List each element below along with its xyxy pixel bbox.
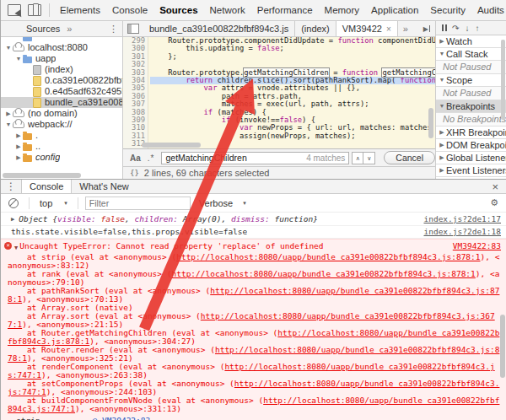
- disclosure-closed-icon[interactable]: ▶: [14, 152, 23, 163]
- section-event-listeners[interactable]: ▶Event Listeners: [436, 164, 506, 177]
- tree-item-webpack[interactable]: ▼webpack://: [1, 119, 122, 130]
- match-case-toggle[interactable]: Aa: [130, 153, 141, 163]
- stack-link[interactable]: http://localhost:8080/uapp/bundle_ca391e…: [8, 396, 499, 413]
- tree-item-no-domain[interactable]: ▶(no domain): [1, 108, 122, 119]
- section-breakpoints[interactable]: ▼Breakpoints: [436, 100, 506, 113]
- disclosure-closed-icon[interactable]: ▶: [438, 35, 446, 47]
- stack-link[interactable]: http://localhost:8080/uapp/bundle_ca391e…: [8, 345, 499, 363]
- code-line-311[interactable]: assign(newProps, matches);: [150, 132, 435, 140]
- close-drawer-icon[interactable]: ×: [484, 180, 506, 193]
- source-link[interactable]: index.js?2de1:17: [417, 213, 501, 225]
- tree-item-localhost-8080[interactable]: ▼localhost:8080: [1, 42, 122, 53]
- navigator-menu-icon[interactable]: ⋮: [109, 24, 118, 35]
- editor-tab-vm39422[interactable]: VM39422×: [336, 21, 398, 36]
- toggle-navigator-icon[interactable]: [127, 24, 139, 34]
- stack-link[interactable]: http://localhost:8080/uapp/bundle_ca391e…: [8, 286, 499, 304]
- disclosure-open-icon[interactable]: ▼: [4, 119, 13, 130]
- code-line-300[interactable]: this.updating = false;: [150, 45, 435, 52]
- console-scrollbar[interactable]: [500, 315, 505, 378]
- tab-whats-new[interactable]: What's New: [72, 180, 136, 193]
- disclosure-closed-icon[interactable]: ▶: [438, 152, 446, 164]
- find-next-icon[interactable]: ∨: [363, 152, 375, 164]
- disclosure-closed-icon[interactable]: ▶: [11, 213, 14, 225]
- section-global-listeners[interactable]: ▶Global Listeners: [436, 152, 506, 164]
- tree-item-bundle-ca391e00822[interactable]: bundle_ca391e00822: [1, 97, 122, 108]
- debugger-scrollbar[interactable]: [501, 40, 505, 120]
- editor-hscrollbar[interactable]: [142, 143, 201, 148]
- tab-scroll-right-icon[interactable]: ▶: [423, 21, 430, 36]
- log-level-selector[interactable]: Verbose ▾: [191, 198, 255, 208]
- code-editor[interactable]: 2993003013023033043053063073083093103113…: [123, 37, 435, 148]
- tab-console[interactable]: Console: [21, 180, 72, 193]
- tree-item-uapp[interactable]: ▼uapp: [1, 53, 122, 64]
- disclosure-open-icon[interactable]: ▼: [14, 53, 23, 64]
- disclosure-open-icon[interactable]: ▼: [438, 48, 446, 60]
- code-lines[interactable]: Router.prototype.componentDidUpdate = fu…: [150, 37, 435, 148]
- section-dom-breakpoints[interactable]: ▶DOM Breakpoints: [436, 139, 506, 152]
- main-tab-network[interactable]: Network: [204, 0, 251, 20]
- disclosure-closed-icon[interactable]: ▶: [14, 130, 23, 141]
- disclosure-open-icon[interactable]: ▼: [438, 74, 446, 86]
- cancel-button[interactable]: Cancel: [384, 151, 435, 164]
- tree-item-item[interactable]: ▶..: [1, 141, 122, 152]
- tree-item-item[interactable]: ▶.: [1, 130, 122, 141]
- find-input[interactable]: [162, 153, 308, 164]
- object-preview[interactable]: Object {visible: false, children: Array(…: [19, 213, 318, 225]
- navigator-hscrollbar[interactable]: [3, 173, 81, 178]
- disclosure-closed-icon[interactable]: ▶: [4, 108, 13, 119]
- step-into-icon[interactable]: ↓: [465, 24, 469, 33]
- main-tab-console[interactable]: Console: [106, 0, 153, 20]
- stack-link[interactable]: http://localhost:8080/uapp/bundle_ca391e…: [171, 269, 475, 278]
- section-scope[interactable]: ▼Scope: [436, 74, 506, 87]
- main-tab-sources[interactable]: Sources: [153, 0, 203, 20]
- stack-link[interactable]: http://localhost:8080/uapp/bundle_ca391e…: [8, 362, 495, 380]
- editor-vscrollbar[interactable]: [428, 108, 433, 138]
- tree-item-0-e4d5adf632c4955af[interactable]: 0.e4d5adf632c4955af: [1, 86, 122, 97]
- clear-console-icon[interactable]: [8, 198, 19, 208]
- source-link[interactable]: VM39422:83: [446, 241, 501, 251]
- main-tab-elements[interactable]: Elements: [54, 0, 106, 20]
- main-tab-audits[interactable]: Audits: [471, 0, 506, 20]
- stack-link[interactable]: http://localhost:8080/uapp/bundle_ca391e…: [8, 328, 499, 346]
- device-toolbar-icon[interactable]: [28, 4, 41, 16]
- tree-item-config[interactable]: ▶config: [1, 152, 122, 163]
- editor-tab-bundle-ca391e00822bfbf894c3-js[interactable]: bundle_ca391e00822bfbf894c3.js: [143, 21, 295, 36]
- pause-icon[interactable]: [442, 24, 447, 31]
- tab-overflow-icon[interactable]: »: [398, 21, 413, 36]
- stack-link[interactable]: http://localhost:8080/uapp/bundle_ca391e…: [8, 311, 495, 329]
- close-tab-icon[interactable]: ×: [386, 24, 391, 34]
- drawer-menu-icon[interactable]: ⋮: [1, 180, 21, 193]
- frame-source-link[interactable]: @ VM39422:83: [93, 415, 151, 420]
- tree-item-0-ca391e00822bfbf89[interactable]: 0.ca391e00822bfbf89: [1, 75, 122, 86]
- stack-link[interactable]: http://localhost:8080/uapp/bundle_ca391e…: [176, 252, 480, 261]
- section-xhr-breakpoints[interactable]: ▶XHR Breakpoints: [436, 127, 506, 139]
- main-tab-memory[interactable]: Memory: [319, 0, 366, 20]
- main-tab-security[interactable]: Security: [424, 0, 471, 20]
- step-over-icon[interactable]: ↷: [452, 24, 459, 33]
- disclosure-closed-icon[interactable]: ▶: [438, 164, 446, 176]
- tree-item-index[interactable]: (index): [1, 64, 122, 75]
- main-tab-performance[interactable]: Performance: [251, 0, 319, 20]
- stack-link[interactable]: http://localhost:8080/uapp/bundle_ca391e…: [8, 379, 499, 396]
- main-tab-application[interactable]: Application: [365, 0, 424, 20]
- disclosure-closed-icon[interactable]: ▶: [438, 127, 446, 138]
- tab-sources[interactable]: Sources: [26, 24, 60, 34]
- disclosure-closed-icon[interactable]: ▶: [438, 139, 446, 151]
- console-settings-icon[interactable]: ⚙: [490, 197, 498, 208]
- more-tabs-icon[interactable]: »: [67, 24, 72, 34]
- console-filter-input[interactable]: [85, 197, 191, 210]
- inspect-element-icon[interactable]: [8, 4, 21, 16]
- section-call-stack[interactable]: ▼Call Stack: [436, 48, 506, 61]
- step-out-icon[interactable]: ↑: [475, 24, 479, 33]
- source-link[interactable]: index.js?2de1:18: [417, 226, 501, 238]
- pretty-print-icon[interactable]: {}: [130, 169, 139, 177]
- line-number-gutter[interactable]: 2993003013023033043053063073083093103113…: [123, 37, 148, 148]
- disclosure-open-icon[interactable]: ▼: [4, 42, 13, 53]
- find-previous-icon[interactable]: ∧: [352, 152, 363, 164]
- regex-toggle[interactable]: .*: [148, 153, 155, 163]
- editor-tab-index[interactable]: (index): [295, 21, 336, 36]
- disclosure-closed-icon[interactable]: ▶: [14, 141, 23, 152]
- context-selector[interactable]: top ▾: [33, 198, 74, 208]
- code-line-301[interactable]: };: [150, 53, 435, 61]
- disclosure-open-icon[interactable]: ▼: [438, 100, 446, 112]
